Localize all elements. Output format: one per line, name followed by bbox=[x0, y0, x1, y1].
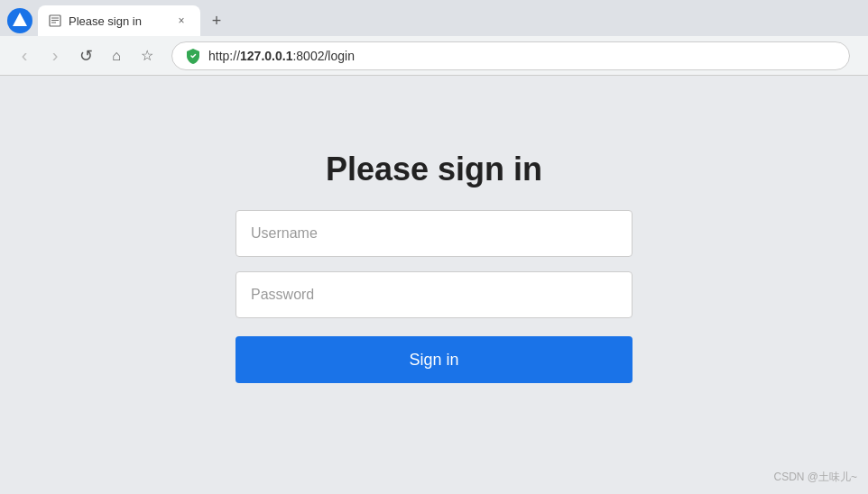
security-shield-icon bbox=[185, 48, 201, 64]
bookmark-button[interactable]: ☆ bbox=[134, 42, 161, 69]
url-host: 127.0.0.1 bbox=[240, 49, 292, 63]
login-form: Please sign in Sign in bbox=[235, 151, 633, 383]
browser-chrome: Please sign in × + ‹ › ↺ ⌂ ☆ http://127.… bbox=[0, 0, 868, 76]
tab-bar: Please sign in × + bbox=[0, 0, 868, 36]
url-display: http://127.0.0.1:8002/login bbox=[208, 49, 836, 63]
url-path: :8002/login bbox=[292, 49, 355, 63]
watermark: CSDN @土味儿~ bbox=[773, 470, 857, 485]
active-tab[interactable]: Please sign in × bbox=[38, 5, 200, 36]
forward-button[interactable]: › bbox=[42, 42, 69, 69]
address-bar[interactable]: http://127.0.0.1:8002/login bbox=[171, 41, 850, 70]
new-tab-button[interactable]: + bbox=[204, 8, 229, 33]
tab-close-button[interactable]: × bbox=[173, 13, 189, 29]
browser-logo-icon bbox=[7, 8, 32, 33]
reload-button[interactable]: ↺ bbox=[72, 42, 99, 69]
tab-favicon-icon bbox=[49, 14, 61, 27]
tab-title: Please sign in bbox=[69, 14, 166, 28]
username-input[interactable] bbox=[235, 210, 633, 257]
home-button[interactable]: ⌂ bbox=[103, 42, 130, 69]
login-title: Please sign in bbox=[326, 151, 542, 188]
back-button[interactable]: ‹ bbox=[11, 42, 38, 69]
password-input[interactable] bbox=[235, 271, 633, 318]
sign-in-button[interactable]: Sign in bbox=[235, 336, 633, 383]
toolbar: ‹ › ↺ ⌂ ☆ http://127.0.0.1:8002/login bbox=[0, 36, 868, 76]
page-content: Please sign in Sign in bbox=[0, 76, 868, 494]
